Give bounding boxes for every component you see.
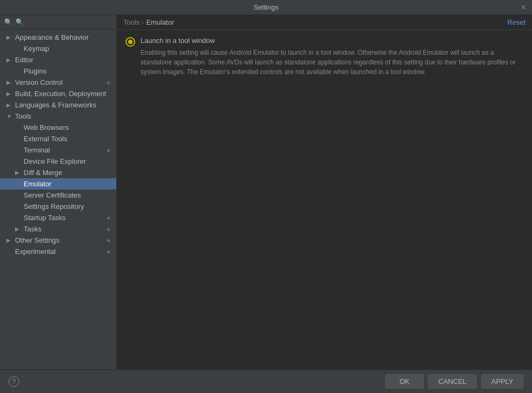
- cancel-button[interactable]: CANCEL: [428, 374, 477, 389]
- breadcrumb: Tools › Emulator: [123, 18, 174, 26]
- sidebar-item-label: Keymap: [24, 45, 112, 53]
- title-bar: Settings ×: [0, 0, 532, 15]
- sidebar-item-label: External Tools: [24, 135, 112, 143]
- sidebar-item-label: Tools: [15, 112, 112, 120]
- arrow-icon: ▶: [6, 79, 13, 85]
- sidebar-item-label: Startup Tasks: [24, 214, 102, 222]
- sidebar-item-label: Appearance & Behavior: [15, 33, 112, 41]
- reset-link[interactable]: Reset: [507, 18, 526, 26]
- modified-icon: ■: [105, 147, 112, 153]
- setting-text-block: Launch in a tool window Enabling this se…: [141, 37, 523, 77]
- sidebar-item-server-certificates[interactable]: Server Certificates: [0, 190, 116, 201]
- sidebar-item-web-browsers[interactable]: Web Browsers: [0, 122, 116, 133]
- arrow-icon: ▶: [6, 102, 13, 108]
- sidebar: 🔍 ▶ Appearance & Behavior Keymap ▶ Edito…: [0, 15, 117, 369]
- sidebar-item-label: Build, Execution, Deployment: [15, 90, 112, 98]
- sidebar-item-languages-frameworks[interactable]: ▶ Languages & Frameworks: [0, 99, 116, 111]
- sidebar-item-tools[interactable]: ▼ Tools: [0, 111, 116, 122]
- arrow-icon: ▶: [6, 91, 13, 97]
- modified-icon: ■: [105, 79, 112, 85]
- arrow-icon: ▼: [6, 113, 13, 119]
- arrow-icon: ▶: [6, 57, 13, 63]
- sidebar-item-editor[interactable]: ▶ Editor: [0, 54, 116, 66]
- sidebar-item-device-file-explorer[interactable]: Device File Explorer: [0, 156, 116, 167]
- sidebar-item-startup-tasks[interactable]: Startup Tasks ■: [0, 212, 116, 223]
- sidebar-item-plugins[interactable]: Plugins: [0, 66, 116, 77]
- radio-button[interactable]: [125, 37, 135, 47]
- sidebar-item-label: Settings Repository: [24, 202, 112, 210]
- panel-header: Tools › Emulator Reset: [117, 15, 532, 30]
- sidebar-item-keymap[interactable]: Keymap: [0, 43, 116, 54]
- sidebar-item-diff-merge[interactable]: ▶ Diff & Merge: [0, 167, 116, 178]
- sidebar-item-tasks[interactable]: ▶ Tasks ■: [0, 223, 116, 235]
- sidebar-item-label: Experimental: [15, 248, 102, 256]
- sidebar-item-terminal[interactable]: Terminal ■: [0, 144, 116, 156]
- sidebar-item-label: Diff & Merge: [24, 169, 112, 177]
- radio-inner: [128, 40, 132, 44]
- sidebar-item-label: Plugins: [24, 67, 112, 75]
- sidebar-item-emulator[interactable]: Emulator: [0, 178, 116, 190]
- sidebar-item-settings-repository[interactable]: Settings Repository: [0, 201, 116, 212]
- arrow-icon: ▶: [6, 34, 13, 40]
- breadcrumb-current: Emulator: [146, 18, 174, 26]
- sidebar-item-label: Version Control: [15, 78, 102, 86]
- breadcrumb-parent[interactable]: Tools: [123, 18, 139, 26]
- breadcrumb-separator: ›: [142, 18, 144, 26]
- sidebar-item-label: Other Settings: [15, 236, 102, 244]
- sidebar-item-other-settings[interactable]: ▶ Other Settings ■: [0, 235, 116, 246]
- search-input[interactable]: [16, 18, 112, 26]
- apply-button[interactable]: APPLY: [481, 374, 523, 389]
- arrow-icon: ▶: [6, 237, 13, 243]
- bottom-bar: ? OK CANCEL APPLY: [0, 369, 532, 393]
- modified-icon: ■: [105, 215, 112, 221]
- sidebar-item-experimental[interactable]: Experimental ■: [0, 246, 116, 257]
- setting-description: Enabling this setting will cause Android…: [141, 48, 523, 77]
- arrow-icon: ▶: [15, 226, 21, 232]
- sidebar-item-label: Terminal: [24, 146, 102, 154]
- sidebar-item-label: Tasks: [24, 225, 102, 233]
- ok-button[interactable]: OK: [385, 374, 424, 389]
- close-button[interactable]: ×: [519, 3, 528, 12]
- setting-label: Launch in a tool window: [141, 37, 523, 45]
- arrow-icon: ▶: [15, 170, 21, 176]
- sidebar-item-label: Web Browsers: [24, 123, 112, 132]
- modified-icon: ■: [105, 249, 112, 254]
- sidebar-item-label: Device File Explorer: [24, 157, 112, 165]
- sidebar-item-label: Editor: [15, 56, 112, 64]
- sidebar-items: ▶ Appearance & Behavior Keymap ▶ Editor …: [0, 30, 116, 369]
- window-title: Settings: [254, 3, 279, 11]
- help-button[interactable]: ?: [9, 376, 19, 387]
- right-panel: Tools › Emulator Reset Launch in a tool …: [117, 15, 532, 369]
- modified-icon: ■: [105, 237, 112, 243]
- sidebar-item-label: Languages & Frameworks: [15, 101, 112, 109]
- sidebar-item-version-control[interactable]: ▶ Version Control ■: [0, 77, 116, 88]
- modified-icon: ■: [105, 226, 112, 232]
- main-content: 🔍 ▶ Appearance & Behavior Keymap ▶ Edito…: [0, 15, 532, 369]
- search-icon: 🔍: [4, 18, 12, 26]
- sidebar-item-label: Server Certificates: [24, 191, 112, 199]
- sidebar-item-label: Emulator: [24, 180, 112, 188]
- action-buttons: OK CANCEL APPLY: [385, 374, 523, 389]
- setting-row: Launch in a tool window Enabling this se…: [125, 37, 523, 77]
- panel-body: Launch in a tool window Enabling this se…: [117, 30, 532, 369]
- search-bar: 🔍: [0, 15, 116, 30]
- sidebar-item-external-tools[interactable]: External Tools: [0, 133, 116, 144]
- sidebar-item-build-execution-deployment[interactable]: ▶ Build, Execution, Deployment: [0, 88, 116, 99]
- sidebar-item-appearance-behavior[interactable]: ▶ Appearance & Behavior: [0, 32, 116, 43]
